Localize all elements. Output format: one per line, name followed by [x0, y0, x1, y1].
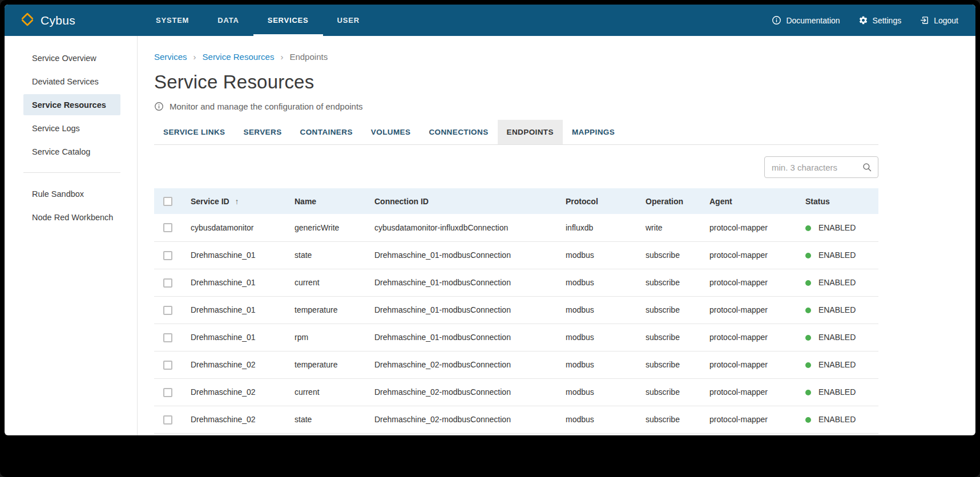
status-dot-icon	[805, 362, 811, 368]
column-header-status[interactable]: Status ↑	[796, 188, 878, 214]
tab-connections[interactable]: CONNECTIONS	[420, 120, 497, 144]
column-header-name[interactable]: Name ↑	[285, 188, 365, 214]
breadcrumb-item-endpoints: Endpoints	[289, 52, 328, 62]
column-header-label: Connection ID	[374, 197, 429, 206]
row-checkbox[interactable]	[163, 223, 172, 232]
table-row[interactable]: Drehmaschine_01 rpm Drehmaschine_01-modb…	[154, 324, 878, 351]
documentation-button[interactable]: Documentation	[772, 15, 840, 25]
row-checkbox-cell	[154, 296, 182, 324]
brand-name: Cybus	[41, 14, 75, 27]
column-header-label: Protocol	[566, 197, 598, 206]
row-checkbox[interactable]	[163, 306, 172, 315]
sort-ascending-icon: ↑	[235, 197, 239, 206]
cell-status: ENABLED	[796, 241, 878, 269]
sidebar-divider	[23, 172, 120, 173]
cell-protocol: modbus	[556, 378, 636, 406]
endpoints-table: Service ID ↑ Name ↑ Connection ID ↑ Prot…	[154, 188, 878, 434]
table-row[interactable]: Drehmaschine_01 state Drehmaschine_01-mo…	[154, 241, 878, 269]
sidebar-item-service-overview[interactable]: Service Overview	[23, 47, 120, 68]
breadcrumb-item-service-resources[interactable]: Service Resources	[203, 52, 275, 62]
cell-status: ENABLED	[796, 406, 878, 433]
row-checkbox[interactable]	[163, 278, 172, 288]
cell-status: ENABLED	[796, 269, 878, 296]
status-label: ENABLED	[818, 250, 856, 260]
row-checkbox[interactable]	[163, 361, 172, 370]
topnav-item-services[interactable]: SERVICES	[253, 5, 323, 36]
sidebar-item-label: Rule Sandbox	[32, 189, 84, 199]
row-checkbox[interactable]	[163, 388, 172, 397]
cell-name: temperature	[285, 351, 365, 378]
cell-protocol: modbus	[556, 324, 636, 351]
row-checkbox[interactable]	[163, 333, 172, 342]
status-dot-icon	[805, 308, 811, 313]
sidebar-item-node-red-workbench[interactable]: Node Red Workbench	[23, 207, 120, 228]
cell-status: ENABLED	[796, 324, 878, 351]
cell-connection-id: cybusdatamonitor-influxdbConnection	[365, 214, 556, 241]
table-row[interactable]: Drehmaschine_02 state Drehmaschine_02-mo…	[154, 406, 878, 433]
status-label: ENABLED	[818, 415, 856, 424]
status-label: ENABLED	[818, 223, 856, 232]
row-checkbox-cell	[154, 378, 182, 406]
topnav-item-system[interactable]: SYSTEM	[142, 5, 203, 36]
search-row	[154, 156, 878, 178]
row-checkbox[interactable]	[163, 415, 172, 425]
cell-connection-id: Drehmaschine_02-modbusConnection	[365, 351, 556, 378]
cell-status: ENABLED	[796, 351, 878, 378]
cell-name: state	[285, 406, 365, 433]
table-row[interactable]: Drehmaschine_02 current Drehmaschine_02-…	[154, 378, 878, 406]
topnav-items: SYSTEM DATA SERVICES USER	[142, 5, 374, 36]
column-header-label: Name	[295, 197, 316, 206]
settings-button[interactable]: Settings	[858, 15, 902, 25]
column-header-agent[interactable]: Agent ↑	[700, 188, 796, 214]
status-label: ENABLED	[818, 305, 856, 314]
sidebar-item-rule-sandbox[interactable]: Rule Sandbox	[23, 183, 120, 204]
page-description-text: Monitor and manage the configuration of …	[170, 102, 363, 111]
sidebar-item-label: Service Resources	[32, 100, 106, 110]
cell-service-id: Drehmaschine_02	[182, 351, 285, 378]
column-header-connection-id[interactable]: Connection ID ↑	[365, 188, 556, 214]
table-row[interactable]: Drehmaschine_01 current Drehmaschine_01-…	[154, 269, 878, 296]
tab-volumes[interactable]: VOLUMES	[362, 120, 420, 144]
breadcrumb-item-services[interactable]: Services	[154, 52, 187, 62]
row-checkbox[interactable]	[163, 251, 172, 260]
search-input[interactable]	[765, 163, 862, 172]
column-header-service-id[interactable]: Service ID ↑	[182, 188, 285, 214]
tab-servers[interactable]: SERVERS	[234, 120, 291, 144]
tab-service-links[interactable]: SERVICE LINKS	[154, 120, 234, 144]
table-row[interactable]: cybusdatamonitor genericWrite cybusdatam…	[154, 214, 878, 241]
tabs: SERVICE LINKS SERVERS CONTAINERS VOLUMES…	[154, 120, 878, 145]
sidebar-item-label: Deviated Services	[32, 77, 99, 86]
row-checkbox-cell	[154, 241, 182, 269]
gear-icon	[858, 15, 868, 25]
column-header-operation[interactable]: Operation ↑	[636, 188, 700, 214]
sidebar-item-service-catalog[interactable]: Service Catalog	[23, 141, 120, 162]
column-header-label: Status	[805, 197, 830, 206]
brand[interactable]: Cybus	[5, 5, 142, 36]
sidebar-item-service-logs[interactable]: Service Logs	[23, 118, 120, 139]
cell-service-id: Drehmaschine_02	[182, 406, 285, 433]
table-row[interactable]: Drehmaschine_02 temperature Drehmaschine…	[154, 351, 878, 378]
column-header-label: Agent	[709, 197, 732, 206]
sidebar-item-deviated-services[interactable]: Deviated Services	[23, 71, 120, 92]
cell-protocol: modbus	[556, 241, 636, 269]
status-dot-icon	[805, 253, 811, 258]
select-all-checkbox[interactable]	[163, 197, 172, 206]
tab-endpoints[interactable]: ENDPOINTS	[498, 120, 563, 144]
status-dot-icon	[805, 335, 811, 341]
cell-connection-id: Drehmaschine_01-modbusConnection	[365, 269, 556, 296]
cell-operation: subscribe	[636, 296, 700, 324]
top-navigation-bar: Cybus SYSTEM DATA SERVICES USER Document…	[5, 5, 975, 36]
tab-mappings[interactable]: MAPPINGS	[563, 120, 624, 144]
app-window: Cybus SYSTEM DATA SERVICES USER Document…	[5, 5, 975, 435]
topnav-item-user[interactable]: USER	[323, 5, 374, 36]
logout-button[interactable]: Logout	[919, 15, 958, 25]
sidebar-item-service-resources[interactable]: Service Resources	[23, 94, 120, 115]
status-label: ENABLED	[818, 333, 856, 342]
cell-service-id: cybusdatamonitor	[182, 214, 285, 241]
tab-containers[interactable]: CONTAINERS	[291, 120, 362, 144]
column-header-protocol[interactable]: Protocol ↑	[556, 188, 636, 214]
tab-label: CONTAINERS	[300, 128, 353, 136]
topnav-item-label: SYSTEM	[156, 16, 189, 25]
topnav-item-data[interactable]: DATA	[203, 5, 253, 36]
table-row[interactable]: Drehmaschine_01 temperature Drehmaschine…	[154, 296, 878, 324]
